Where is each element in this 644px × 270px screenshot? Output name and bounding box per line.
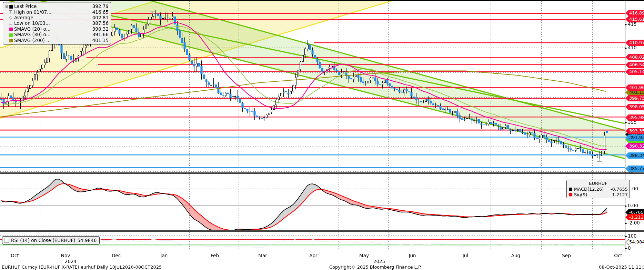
legend-value: 416.65 <box>91 9 109 15</box>
footer-copyright: Copyright© 2025 Bloomberg Finance L.P. <box>329 264 422 270</box>
legend-swatch-icon: ■ <box>9 32 14 37</box>
legend-row[interactable]: ■SMAVG (30) o...391.66 <box>4 32 109 37</box>
macd-legend[interactable]: EURHUF ■MACD(12,26)-0.7655■Sig(9)-1.2127 <box>566 180 630 198</box>
separator-drag-handle-icon[interactable] <box>308 231 317 232</box>
legend-swatch-icon: ■ <box>9 4 14 9</box>
footer-security-info: EURHUF Curncy (EUR-HUF X-RATE) eurhuf Da… <box>2 264 162 270</box>
price-level-tag: 54.9846 <box>625 239 644 245</box>
legend-row[interactable]: ⊥Low on 10/03...387.56 <box>4 20 109 26</box>
legend-row[interactable]: THigh on 01/07...416.65 <box>4 9 109 14</box>
price-level-tag: 415.61 <box>625 16 644 22</box>
price-level-tag: 385.77 <box>625 166 644 172</box>
legend-label: SMAVG (200) ... <box>14 38 91 43</box>
legend-row[interactable]: ◇Average402.81 <box>4 15 109 20</box>
x-axis-month-label: Feb <box>211 253 219 258</box>
price-level-tag: 406.54 <box>625 62 644 68</box>
x-axis-month-label: Oct <box>614 253 622 258</box>
footer-timestamp: 08-Oct-2025 11:11:17 <box>599 264 644 270</box>
legend-row[interactable]: ⊟■Last Price392.79 <box>4 3 109 9</box>
chart-bottom-border <box>0 252 625 252</box>
macd-swatch-icon: ■ <box>568 192 574 197</box>
macd-series-label: MACD(12,26) <box>574 187 609 192</box>
legend-label: SMAVG (30) o... <box>14 32 91 37</box>
axis-tick-label: ►0.00 <box>625 203 638 208</box>
price-level-tag: 398.05 <box>625 104 644 110</box>
price-level-tag: 393.35 <box>625 128 644 134</box>
legend-value: 392.79 <box>91 3 109 9</box>
price-level-tag: 408.02 <box>625 54 644 60</box>
rsi-label-text: RSI (14) on Close (EURHUF) <box>11 238 76 243</box>
x-axis-month-label: Aug <box>511 253 520 258</box>
macd-series-value: -1.2127 <box>609 192 628 197</box>
x-axis-month-label: Oct <box>11 253 19 258</box>
x-axis-month-label: Sep <box>562 253 571 258</box>
legend-label: High on 01/07... <box>14 9 91 15</box>
legend-swatch-icon: ■ <box>9 27 14 31</box>
x-axis-month-label: Nov <box>61 253 70 258</box>
macd-legend-row: ■Sig(9)-1.2127 <box>568 192 628 197</box>
axis-tick-label: ►-2.00 <box>625 220 640 226</box>
separator-drag-handle-icon[interactable] <box>308 173 317 174</box>
x-axis-month-label: Dec <box>112 253 121 258</box>
x-axis-month-label: May <box>359 253 369 258</box>
macd-swatch-icon: ■ <box>568 187 574 191</box>
macd-legend-row: ■MACD(12,26)-0.7655 <box>568 186 628 192</box>
x-axis-month-label: Jul <box>463 253 468 258</box>
axis-tick-icon: ► <box>625 204 627 208</box>
macd-series-value: -0.7655 <box>609 187 628 192</box>
axis-tick-icon: ► <box>625 247 627 250</box>
legend-label: Low on 10/03... <box>14 20 91 26</box>
price-level-tag: 388.34 <box>625 152 644 159</box>
axis-tick-icon: ► <box>625 234 627 238</box>
price-level-tag: 401.96 <box>625 84 644 91</box>
legend-value: 387.56 <box>91 20 109 26</box>
legend-swatch-icon: T <box>9 10 14 14</box>
price-level-tag: 395.98 <box>625 114 644 121</box>
price-level-tag: 416.89 <box>625 10 644 16</box>
legend-label: Last Price <box>14 3 91 9</box>
legend-row[interactable]: ■SMAVG (200) ...401.15 <box>4 37 109 43</box>
legend-value: 402.81 <box>91 15 109 20</box>
price-level-tag: -1.2127 <box>625 214 644 220</box>
panel-separator-rsi[interactable] <box>0 230 644 232</box>
rsi-label[interactable]: RSI (14) on Close (EURHUF) 54.9846 <box>2 236 100 244</box>
axis-tick-icon: ► <box>625 121 627 124</box>
axis-tick-label: ►100 <box>625 233 637 239</box>
x-axis-month-label: Mar <box>258 253 267 258</box>
price-axis-line <box>625 1 625 252</box>
x-axis-year-label: 2024 <box>65 259 77 264</box>
axis-tick-icon: ► <box>625 46 627 50</box>
price-level-tag: 399.75 <box>625 95 644 101</box>
x-axis-month-label: Jan <box>161 253 168 258</box>
legend-value: 401.15 <box>91 38 109 43</box>
rsi-swatch-icon <box>4 238 9 243</box>
macd-legend-title: EURHUF <box>568 181 628 186</box>
legend-row[interactable]: ■SMAVG (20) o...390.32 <box>4 26 109 32</box>
x-axis-year-label: 2025 <box>373 259 385 264</box>
legend-value: 390.32 <box>91 26 109 32</box>
rsi-value: 54.9846 <box>78 238 97 243</box>
chart-top-border <box>0 0 644 1</box>
price-level-tag: 405.14 <box>625 69 644 75</box>
price-level-tag: 390.32 <box>625 143 644 149</box>
price-legend[interactable]: ⊟■Last Price392.79THigh on 01/07...416.6… <box>3 2 111 44</box>
axis-tick-icon: ► <box>625 221 627 225</box>
legend-value: 391.66 <box>91 32 109 37</box>
legend-swatch-icon: ■ <box>9 38 14 42</box>
price-level-tag: 410.97 <box>625 40 644 46</box>
x-axis-month-label: Jun <box>409 253 416 258</box>
legend-swatch-icon: ◇ <box>9 15 14 20</box>
x-axis-month-label: Apr <box>309 253 317 258</box>
macd-series-label: Sig(9) <box>574 192 609 197</box>
collapse-icon: ⊟ <box>4 4 9 9</box>
axis-tick-icon: ► <box>625 23 627 26</box>
legend-label: Average <box>14 15 91 20</box>
panel-separator-macd[interactable] <box>0 172 644 174</box>
legend-swatch-icon: ⊥ <box>9 21 14 26</box>
price-level-tag: 391.93 <box>625 134 644 141</box>
legend-label: SMAVG (20) o... <box>14 26 91 32</box>
axis-tick-label: ►0 <box>625 245 631 251</box>
